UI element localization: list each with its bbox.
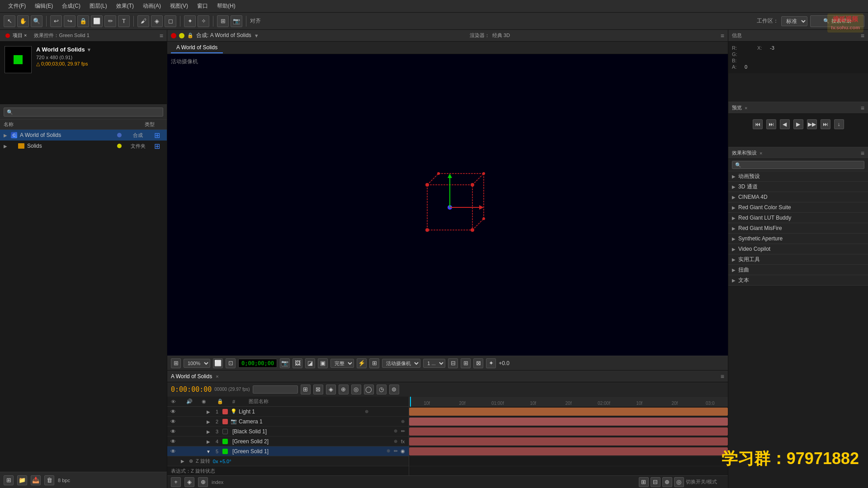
comp-lock-icon[interactable]: 🔒 (187, 33, 193, 39)
preview-close[interactable]: × (745, 105, 747, 111)
preview-last-btn[interactable]: ⏭ (821, 119, 830, 129)
project-item-folder[interactable]: ▶ Solids 文件夹 ⊞ (0, 141, 167, 151)
tl-btn-4[interactable]: ⊕ (339, 385, 349, 394)
effects-cat-practical-header[interactable]: ▶ 实用工具 (728, 254, 868, 264)
timeline-layer-4[interactable]: 👁 ▶ 4 [Green Solid 2] ⊕ (167, 436, 409, 446)
layer1-expand[interactable]: ▶ (205, 408, 212, 415)
tool-stamp[interactable]: ◈ (151, 15, 163, 27)
timeline-layer-1[interactable]: 👁 ▶ 1 💡 Light 1 ⊕ (167, 407, 409, 417)
comp-grid-btn[interactable]: ⊞ (171, 358, 181, 368)
effects-cat-synth-header[interactable]: ▶ Synthetic Aperture (728, 234, 868, 244)
timeline-layer-3[interactable]: 👁 ▶ 3 [Black Solid 1] ⊕ (167, 427, 409, 436)
tool-type[interactable]: T (118, 15, 130, 27)
preview-first-btn[interactable]: ⏮ (753, 119, 763, 129)
effects-cat-video-copilot-header[interactable]: ▶ Video Copilot (728, 244, 868, 254)
effects-cat-rgcolor-header[interactable]: ▶ Red Giant Color Suite (728, 202, 868, 212)
quality-select[interactable]: 完整 (330, 359, 354, 368)
tl-btn-6[interactable]: ◯ (364, 385, 374, 394)
channel-btn[interactable]: ▣ (318, 358, 328, 368)
tool-3d[interactable]: ⊞ (217, 15, 229, 27)
tl-btn-1[interactable]: ⊞ (301, 385, 311, 394)
effects-cat-animation-header[interactable]: ▶ 动画预设 (728, 171, 868, 181)
effects-search-input[interactable] (732, 161, 864, 169)
search-help-btn[interactable]: 🔍 搜索帮助 (810, 15, 864, 27)
snapshot-btn[interactable]: 📷 (280, 358, 290, 368)
tool-select[interactable]: ↖ (4, 15, 15, 27)
menu-view[interactable]: 视图(V) (165, 0, 193, 12)
tl-bottom-btn3[interactable]: ⊕ (198, 477, 208, 487)
timeline-search-input[interactable] (253, 385, 298, 394)
effects-cat-rglut-header[interactable]: ▶ Red Giant LUT Buddy (728, 213, 868, 223)
effects-cat-distort-header[interactable]: ▶ 扭曲 (728, 265, 868, 275)
layer4-expand[interactable]: ▶ (205, 438, 212, 445)
tl-btn-2[interactable]: ⊠ (313, 385, 323, 394)
layer2-expand[interactable]: ▶ (205, 418, 212, 425)
view-select[interactable]: 1 ... (423, 359, 445, 368)
fast-preview-btn[interactable]: ⚡ (357, 358, 367, 368)
tool-rect[interactable]: ⬜ (91, 15, 103, 27)
project-item-comp[interactable]: ▶ C A World of Solids 合成 ⊞ (0, 130, 167, 141)
preview-back-btn[interactable]: ◀ (780, 119, 790, 129)
delete-item-btn[interactable]: 🗑 (44, 475, 54, 485)
camera-select[interactable]: 活动摄像机 (382, 359, 420, 368)
tool-pen[interactable]: ✏ (104, 15, 116, 27)
import-btn[interactable]: 📥 (31, 475, 41, 485)
effects-cat-cinema4d-header[interactable]: ▶ CINEMA 4D (728, 192, 868, 202)
comp-close-btn[interactable] (171, 33, 176, 38)
comp-min-btn[interactable] (179, 33, 184, 38)
comp-header-arrow[interactable]: ▼ (254, 33, 259, 38)
effects-close[interactable]: × (760, 150, 762, 156)
tool-redo[interactable]: ↪ (64, 15, 75, 27)
layer3-expand[interactable]: ▶ (205, 428, 212, 435)
view-options-btn[interactable]: ⊞ (461, 358, 471, 368)
menu-edit[interactable]: 编辑(E) (30, 0, 57, 12)
preview-forward-btn[interactable]: ▶▶ (807, 119, 817, 129)
tool-eraser[interactable]: ◻ (165, 15, 176, 27)
tool-zoom[interactable]: 🔍 (31, 15, 42, 27)
fit-frame-btn[interactable]: ⬜ (213, 358, 223, 368)
menu-file[interactable]: 文件(F) (4, 0, 30, 12)
pixel-ratio-btn[interactable]: ⊡ (226, 358, 236, 368)
project-close-btn[interactable] (5, 33, 10, 38)
tl-bottom-btn1[interactable]: + (171, 477, 181, 487)
transparency-btn[interactable]: ◪ (305, 358, 315, 368)
tool-puppet[interactable]: ✧ (198, 15, 209, 27)
effects-cat-text-header[interactable]: ▶ 文本 (728, 275, 868, 285)
tool-hand[interactable]: ✋ (17, 15, 29, 27)
timecode-display[interactable]: 0;00;00;00 (238, 359, 277, 368)
timeline-timecode[interactable]: 0:00:00:00 (171, 385, 212, 394)
tl-btn-7[interactable]: ◷ (377, 385, 387, 394)
grid-btn[interactable]: ⊞ (369, 358, 379, 368)
tool-lock[interactable]: 🔒 (77, 15, 89, 27)
timeline-menu-btn[interactable]: ≡ (721, 373, 724, 380)
preview-prev-btn[interactable]: ⏭ (766, 119, 776, 129)
menu-compose[interactable]: 合成(C) (57, 0, 85, 12)
effects-cat-3d-header[interactable]: ▶ 3D 通道 (728, 182, 868, 192)
menu-window[interactable]: 窗口 (193, 0, 212, 12)
preview-play-btn[interactable]: ▶ (793, 119, 803, 129)
playhead[interactable] (410, 397, 411, 407)
new-item-btn[interactable]: ⊞ (4, 475, 14, 485)
tl-btn-3[interactable]: ◈ (326, 385, 336, 394)
3d-ground-btn[interactable]: ⊟ (448, 358, 458, 368)
toggle-btn2[interactable]: ⊟ (651, 477, 660, 487)
effects-menu-btn[interactable]: ≡ (861, 150, 864, 157)
menu-help[interactable]: 帮助(H) (212, 0, 240, 12)
tl-btn-5[interactable]: ◎ (351, 385, 361, 394)
show-snapshot-btn[interactable]: 🖼 (292, 358, 302, 368)
menu-animate[interactable]: 动画(A) (138, 0, 165, 12)
effects-cat-rgmisfire-header[interactable]: ▶ Red Giant MisFire (728, 223, 868, 233)
comp-menu-btn[interactable]: ≡ (721, 32, 724, 39)
project-search-input[interactable] (4, 108, 163, 117)
layer5-expand[interactable]: ▼ (205, 448, 212, 455)
menu-layer[interactable]: 图层(L) (85, 0, 112, 12)
tool-rotobrush[interactable]: ✦ (184, 15, 196, 27)
tl-bottom-btn2[interactable]: ◈ (184, 477, 194, 487)
timeline-layer-2[interactable]: 👁 ▶ 2 📷 Camera 1 ⊕ (167, 417, 409, 427)
timeline-layer-5[interactable]: 👁 ▼ 5 [Green Solid 1] ⊕ (167, 446, 409, 456)
view-layout-btn[interactable]: ⊠ (473, 358, 483, 368)
preview-menu-btn[interactable]: ≡ (861, 104, 864, 112)
tool-brush[interactable]: 🖌 (137, 15, 149, 27)
new-folder-btn[interactable]: 📁 (17, 475, 27, 485)
preview-ram-btn[interactable]: ↓ (834, 119, 844, 129)
